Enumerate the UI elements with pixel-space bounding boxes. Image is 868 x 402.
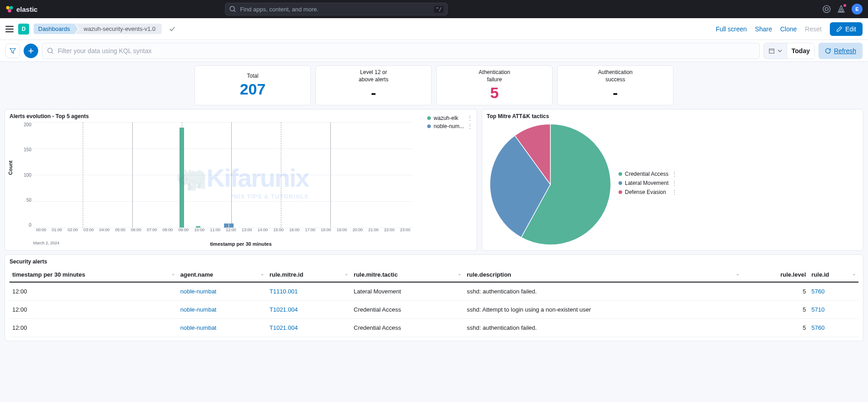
column-header[interactable]: rule.description⌄ (464, 268, 742, 282)
legend-item[interactable]: wazuh-elk⋮ (427, 115, 473, 121)
bar[interactable] (180, 128, 184, 228)
plus-icon (28, 48, 34, 54)
svg-point-3 (230, 6, 234, 11)
chart-legend: wazuh-elk⋮noble-num...⋮ (427, 115, 473, 131)
saved-query-button[interactable] (5, 44, 20, 58)
date-picker: Today (763, 43, 815, 59)
table-header-row: timestamp per 30 minutes⌄agent.name⌄rule… (10, 268, 858, 282)
cell-description: sshd: Attempt to login using a non-exist… (464, 301, 742, 319)
cell-timestamp: 12:00 (10, 301, 178, 319)
space-badge[interactable]: D (18, 24, 29, 35)
metric-value: 5 (490, 84, 499, 102)
kql-input[interactable]: Filter your data using KQL syntax (42, 43, 760, 59)
metric-value: - (371, 84, 376, 102)
svg-point-7 (48, 48, 52, 53)
sort-icon: ⌄ (736, 271, 739, 276)
alerts-evolution-panel: Alerts evolution - Top 5 agents Count 20… (5, 109, 477, 251)
legend-options-icon[interactable]: ⋮ (467, 116, 473, 120)
svg-point-0 (6, 6, 10, 10)
table-body: 12:00noble-numbatT1110.001Lateral Moveme… (10, 282, 858, 337)
cell-rule_id[interactable]: 5760 (809, 319, 858, 337)
metric-card: Level 12 orabove alerts- (315, 65, 432, 105)
cell-level: 5 (742, 301, 809, 319)
user-avatar[interactable]: E (852, 4, 863, 15)
table-row: 12:00noble-numbatT1021.004Credential Acc… (10, 319, 858, 337)
legend-options-icon[interactable]: ⋮ (671, 172, 678, 176)
metric-value: 207 (240, 80, 266, 98)
help-icon[interactable] (823, 5, 831, 13)
menu-toggle[interactable] (5, 26, 14, 32)
fullscreen-link[interactable]: Full screen (716, 25, 747, 33)
metric-row: Total207Level 12 orabove alerts-Athentic… (5, 65, 863, 109)
table-row: 12:00noble-numbatT1110.001Lateral Moveme… (10, 282, 858, 301)
reset-link: Reset (805, 25, 822, 33)
edit-button[interactable]: Edit (830, 22, 863, 36)
search-icon (229, 5, 236, 13)
metric-value: - (613, 84, 618, 102)
legend-options-icon[interactable]: ⋮ (671, 181, 678, 185)
column-header[interactable]: timestamp per 30 minutes⌄ (10, 268, 178, 282)
y-axis: 200150100500 (20, 122, 31, 228)
cell-rule_id[interactable]: 5760 (809, 282, 858, 301)
sort-icon: ⌄ (344, 271, 348, 276)
cell-tactic: Credential Access (351, 301, 464, 319)
svg-point-1 (10, 6, 13, 10)
metric-label: Athenticationfailure (479, 69, 510, 83)
share-link[interactable]: Share (755, 25, 772, 33)
chevron-down-icon (778, 49, 782, 53)
cell-tactic: Credential Access (351, 319, 464, 337)
metric-card: Authenticationsuccess- (557, 65, 673, 105)
calendar-icon (768, 48, 775, 54)
breadcrumb: Dashboards wazuh-security-events-v1.0 (34, 24, 162, 34)
clone-link[interactable]: Clone (780, 25, 797, 33)
column-header[interactable]: rule.mitre.tactic⌄ (351, 268, 464, 282)
plot-area (33, 122, 413, 228)
svg-point-6 (825, 8, 828, 11)
cell-rule_id[interactable]: 5710 (809, 301, 858, 319)
svg-line-8 (52, 52, 53, 54)
cell-mitre_id[interactable]: T1021.004 (267, 301, 351, 319)
column-header[interactable]: rule.mitre.id⌄ (267, 268, 351, 282)
filter-icon (10, 48, 16, 54)
table-row: 12:00noble-numbatT1021.004Credential Acc… (10, 301, 858, 319)
legend-item[interactable]: Credential Access⋮ (619, 171, 678, 177)
breadcrumb-dashboards[interactable]: Dashboards (34, 24, 78, 34)
column-header[interactable]: agent.name⌄ (178, 268, 267, 282)
sort-icon: ⌄ (260, 271, 264, 276)
cell-agent[interactable]: noble-numbat (178, 301, 267, 319)
column-header[interactable]: rule.level⌄ (742, 268, 809, 282)
cell-agent[interactable]: noble-numbat (178, 319, 267, 337)
mitre-tactics-panel: Top Mitre ATT&K tactics Credential Acces… (482, 109, 863, 251)
elastic-logo[interactable]: elastic (5, 5, 38, 13)
cell-agent[interactable]: noble-numbat (178, 282, 267, 301)
newsfeed-icon[interactable] (837, 5, 845, 13)
cell-mitre_id[interactable]: T1110.001 (267, 282, 351, 301)
date-quick-button[interactable]: Today (787, 43, 814, 59)
bar[interactable] (224, 223, 229, 228)
legend-item[interactable]: noble-num...⋮ (427, 123, 473, 129)
column-header[interactable]: rule.id⌄ (809, 268, 858, 282)
global-search[interactable]: Find apps, content, and more. ^/ (225, 3, 448, 15)
date-calendar-button[interactable] (764, 43, 787, 59)
panel-title: Security alerts (10, 258, 858, 265)
svg-point-5 (823, 5, 830, 13)
pencil-icon (836, 26, 843, 32)
pie-legend: Credential Access⋮Lateral Movement⋮Defen… (619, 171, 678, 198)
legend-item[interactable]: Lateral Movement⋮ (619, 180, 678, 186)
cell-tactic: Lateral Movement (351, 282, 464, 301)
bar[interactable] (229, 223, 234, 228)
metric-card: Total207 (195, 65, 311, 105)
svg-rect-9 (769, 49, 774, 53)
x-axis-date: March 2, 2024 (33, 241, 60, 245)
panel-title: Top Mitre ATT&K tactics (487, 113, 858, 119)
add-filter-button[interactable] (24, 44, 38, 58)
legend-options-icon[interactable]: ⋮ (467, 124, 473, 128)
metric-label: Authenticationsuccess (598, 69, 633, 83)
legend-item[interactable]: Defense Evasion⋮ (619, 189, 678, 195)
legend-options-icon[interactable]: ⋮ (671, 190, 678, 194)
breadcrumb-current[interactable]: wazuh-security-events-v1.0 (75, 24, 162, 34)
svg-point-2 (8, 9, 11, 13)
refresh-button[interactable]: Refresh (818, 43, 863, 59)
metric-label: Total (247, 73, 258, 80)
cell-mitre_id[interactable]: T1021.004 (267, 319, 351, 337)
